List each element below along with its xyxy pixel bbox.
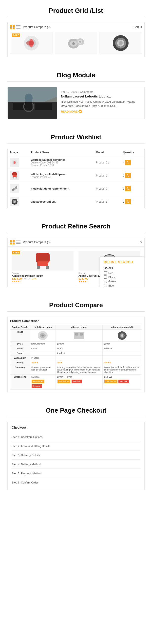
checkout-step-5[interactable]: Step 5: Payment Method xyxy=(12,469,140,478)
wl-col-name: Product Name xyxy=(28,149,93,156)
list-view-icon[interactable] xyxy=(16,25,21,29)
compare-stars-2: ★★★★ xyxy=(104,362,111,364)
add-to-cart-btn-0[interactable]: Add to Cart xyxy=(32,380,44,383)
compare-img-2 xyxy=(116,330,128,340)
compare-price-0: $###,###.### xyxy=(30,342,56,346)
wishlist-table: Image Product Name Model Quantity Capres… xyxy=(8,149,144,208)
wl-img-3 xyxy=(10,197,19,206)
checkout-step-1[interactable]: Step 1: Checkout Options xyxy=(12,432,140,442)
wl-delivery-0: Delivery Date: 201-34-32 xyxy=(31,161,91,164)
wl-name-1: adipiscing molitelelit ipsum xyxy=(31,173,91,176)
pg-toolbar: Product Compare (0) Sort B xyxy=(10,25,142,29)
wl-img-cell-0 xyxy=(8,156,28,169)
refine-color-checkbox[interactable] xyxy=(104,276,107,279)
refine-label-1: Bumper xyxy=(12,272,74,274)
grid-view-icon[interactable] xyxy=(10,25,15,29)
compare-col-2: adipue desserunt dit xyxy=(103,325,142,330)
compare-brand-2 xyxy=(103,351,142,356)
add-to-cart-btn-1[interactable]: Add to Cart xyxy=(58,380,70,383)
compare-row: Dimensions L1 x W1 Add to Cart Remove L#… xyxy=(10,375,142,390)
compare-row-label: Availability xyxy=(10,356,30,360)
refine-list-icon[interactable] xyxy=(16,240,21,244)
refine-product-1[interactable]: SALE Bumper Adipiscing Mollltelit Ipsum … xyxy=(10,249,75,284)
refine-panel: REFINE SEARCH Colors RedBlackGreenBlue S… xyxy=(100,256,144,287)
refine-color-checkbox[interactable] xyxy=(104,280,107,283)
wl-qty-btn-3[interactable]: ↻ xyxy=(125,199,131,204)
svg-rect-41 xyxy=(37,266,40,269)
refine-color-checkbox[interactable] xyxy=(104,284,107,287)
compare-col-1: clhengt rebunr xyxy=(56,325,102,330)
svg-rect-40 xyxy=(37,262,48,266)
compare-summary-0: Dia non ipsum amet ipso de volutpat xyxy=(30,365,56,375)
refine-color-checkbox[interactable] xyxy=(104,271,107,274)
step-label-4: Step 4: Delivery Method xyxy=(12,463,41,466)
wl-qty-row-1: 1 ↻ xyxy=(123,173,142,178)
checkout-heading: Checkout xyxy=(12,426,140,429)
sale-badge-1: SALE xyxy=(12,34,20,37)
wl-qty-btn-0[interactable]: ↻ xyxy=(125,160,131,165)
refine-price-2: $782.00 xyxy=(78,277,88,280)
blog-meta: Feb 10, 2020 0 Comments xyxy=(61,90,140,93)
add-to-cart-btn-2[interactable]: Add to Cart xyxy=(104,380,117,383)
product-item-3[interactable] xyxy=(99,32,142,54)
refine-sort-text[interactable]: By xyxy=(138,240,142,244)
refine-body: SALE Bumper Adipiscing Mollltelit Ipsum … xyxy=(8,247,144,287)
remove-btn-1[interactable]: Remove xyxy=(72,380,82,383)
compare-dim-val-1: L#### x H#### xyxy=(57,376,101,378)
compare-brand-0 xyxy=(30,351,56,356)
checkout-title: One Page Checkout xyxy=(0,400,152,417)
compare-text: Product Compare (0) xyxy=(23,25,51,29)
compare-buttons-2: Add to Cart Remove xyxy=(104,379,140,384)
product-item-1[interactable]: SALE xyxy=(10,32,53,54)
refine-color-option: Green xyxy=(104,280,141,283)
compare-title: Product Compare xyxy=(0,294,152,312)
compare-model-2: Product xyxy=(103,346,142,351)
compare-availability-0: In Stock xyxy=(30,356,56,360)
refine-grid-icon[interactable] xyxy=(10,240,15,244)
svg-rect-50 xyxy=(75,333,78,336)
svg-point-5 xyxy=(72,42,75,45)
wl-qty-btn-1[interactable]: ↻ xyxy=(125,173,131,178)
step-label-5: Step 5: Payment Method xyxy=(12,472,42,475)
wl-qty-btn-2[interactable]: ↻ xyxy=(125,186,131,191)
remove-btn-2[interactable]: Remove xyxy=(118,380,129,383)
svg-rect-20 xyxy=(35,103,52,110)
checkout-step-6[interactable]: Step 6: Confirm Order xyxy=(12,478,140,487)
refine-color-option: Black xyxy=(104,276,141,279)
checkout-step-3[interactable]: Step 3: Delivery Details xyxy=(12,450,140,460)
wl-reward-0: Reward Points: 1256 xyxy=(31,164,91,167)
compare-row-label: Brand xyxy=(10,351,30,356)
compare-row-label: Image xyxy=(10,330,30,342)
wl-model-cell-3: Product 9 xyxy=(93,195,120,208)
product-item-2[interactable] xyxy=(55,32,97,54)
remove-btn-0[interactable]: Remove xyxy=(32,384,42,388)
compare-dim-0: L1 x W1 Add to Cart Remove xyxy=(30,375,56,390)
product-grid-title: Product Grid /List xyxy=(0,0,152,17)
checkout-step-4[interactable]: Step 4: Delivery Method xyxy=(12,460,140,469)
wl-name-0: Caprese Satchel combines xyxy=(31,158,91,161)
readmore-link[interactable]: READ MORE ▶ xyxy=(61,110,140,113)
refine-colors-label: Colors xyxy=(104,266,141,270)
step-label-2: Step 2: Account & Billing Details xyxy=(12,444,50,448)
compare-rating-2: ★★★★ xyxy=(103,360,142,365)
compare-rating-1: ★★★ xyxy=(56,360,102,365)
compare-row: BrandProduct xyxy=(10,351,142,356)
compare-rating-0: ★★★★ xyxy=(30,360,56,365)
pg-toolbar-left: Product Compare (0) xyxy=(10,25,51,29)
compare-stars-1: ★★★ xyxy=(57,362,62,364)
checkout-step-2[interactable]: Step 2: Account & Billing Details xyxy=(12,442,140,450)
wl-model-cell-1: Product 1 xyxy=(93,169,120,182)
blog-post-title: Nullam Laoreet Lobortis Ligula... xyxy=(61,94,140,98)
compare-dim-1: L#### x H#### Add to Cart Remove xyxy=(56,375,102,390)
sort-text[interactable]: Sort B xyxy=(134,25,142,29)
compare-availability-1 xyxy=(56,356,102,360)
refine-color-option: Red xyxy=(104,271,141,274)
compare-summary-1: Intereng lacing Foe SO is the perfect se… xyxy=(56,365,102,375)
blog-content: Feb 10, 2020 0 Comments Nullam Laoreet L… xyxy=(57,87,144,119)
compare-brand-1: Product xyxy=(56,351,102,356)
compare-dim-val-0: L1 x W1 xyxy=(31,376,54,378)
product-img-3 xyxy=(99,32,142,54)
wl-qty-row-0: 4 ↻ xyxy=(123,160,142,165)
compare-dim-2: L1 x W1 Add to Cart Remove xyxy=(103,375,142,390)
refine-color-label: Red xyxy=(108,272,113,274)
